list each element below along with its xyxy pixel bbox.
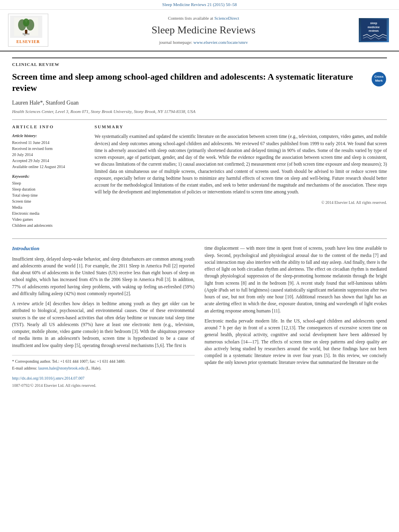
body-left-col: Introduction Insufficient sleep, delayed…: [12, 245, 195, 389]
intro-paragraph-1: Insufficient sleep, delayed sleep-wake b…: [12, 256, 195, 298]
keyword-7: Children and adolescents: [12, 223, 86, 228]
svg-text:medicine: medicine: [368, 26, 380, 29]
intro-paragraph-2: A review article [4] describes how delay…: [12, 300, 195, 349]
keyword-5: Electronic media: [12, 211, 86, 216]
svg-text:Cross: Cross: [374, 75, 384, 78]
svg-text:figure: figure: [23, 33, 30, 36]
article-body: CLINICAL REVIEW Screen time and sleep am…: [0, 51, 399, 395]
keyword-0: Sleep: [12, 181, 86, 186]
smr-logo-icon: sleep medicine reviews: [361, 19, 387, 41]
copyright-text: © 2014 Elsevier Ltd. All rights reserved…: [95, 200, 387, 205]
journal-logo-right: sleep medicine reviews: [359, 18, 391, 42]
elsevier-logo-box: figure ELSEVIER: [8, 14, 48, 47]
svg-point-3: [23, 18, 29, 27]
footnote-corresponding: * Corresponding author. Tel.: +1 631 444…: [12, 359, 195, 364]
summary-text: We systematically examined and updated t…: [95, 133, 387, 195]
article-info-col: ARTICLE INFO Article history: Received 1…: [12, 124, 86, 232]
elsevier-label: ELSEVIER: [10, 39, 46, 45]
science-direct-link: Contents lists available at ScienceDirec…: [56, 15, 351, 21]
journal-reference: Sleep Medicine Reviews 21 (2015) 50–58: [162, 2, 237, 7]
article-history-section: Article history: Received 11 June 2014 R…: [12, 133, 86, 170]
right-paragraph-1: time displacement — with more time in sp…: [205, 245, 387, 314]
science-direct-link-text[interactable]: ScienceDirect: [214, 16, 239, 21]
history-item-4: Available online 12 August 2014: [12, 164, 86, 170]
crossmark-badge: Cross Mark: [371, 71, 387, 87]
keyword-4: Media: [12, 205, 86, 210]
issn-text: 1087-0792/© 2014 Elsevier Ltd. All right…: [12, 383, 96, 388]
history-item-2: 20 July 2014: [12, 152, 86, 158]
journal-homepage: journal homepage: www.elsevier.com/locat…: [56, 39, 351, 45]
crossmark-icon: Cross Mark: [372, 72, 386, 86]
keyword-6: Video games: [12, 217, 86, 222]
journal-reference-bar: Sleep Medicine Reviews 21 (2015) 50–58: [0, 0, 399, 10]
affiliation: Health Sciences Center, Level 3, Room 07…: [12, 109, 387, 115]
svg-text:sleep: sleep: [370, 22, 377, 25]
article-title-row: Screen time and sleep among school-aged …: [12, 71, 387, 94]
authors: Lauren Hale*, Stanford Guan: [12, 99, 387, 107]
article-title-text: Screen time and sleep among school-aged …: [12, 71, 371, 94]
footnote-section: * Corresponding author. Tel.: +1 631 444…: [12, 355, 195, 371]
article-info-heading: ARTICLE INFO: [12, 124, 86, 130]
history-item-3: Accepted 29 July 2014: [12, 158, 86, 164]
journal-header: figure ELSEVIER Contents lists available…: [0, 10, 399, 51]
homepage-url[interactable]: www.elsevier.com/locate/smrv: [193, 40, 248, 45]
email-link[interactable]: lauren.hale@stonybrook.edu: [38, 366, 84, 370]
summary-col: SUMMARY We systematically examined and u…: [95, 124, 387, 232]
elsevier-tree-icon: figure: [14, 18, 38, 36]
keyword-1: Sleep duration: [12, 187, 86, 192]
section-divider: [12, 238, 387, 239]
section-label: CLINICAL REVIEW: [12, 58, 387, 68]
history-item-1: Received in revised form: [12, 146, 86, 152]
footnote-email: E-mail address: lauren.hale@stonybrook.e…: [12, 366, 195, 371]
doi-link[interactable]: http://dx.doi.org/10.1016/j.smrv.2014.07…: [12, 376, 84, 380]
keywords-section: Keywords: Sleep Sleep duration Total sle…: [12, 174, 86, 228]
summary-heading: SUMMARY: [95, 124, 387, 130]
svg-text:reviews: reviews: [368, 30, 378, 33]
doi-section: http://dx.doi.org/10.1016/j.smrv.2014.07…: [12, 374, 195, 389]
journal-title: Sleep Medicine Reviews: [56, 23, 351, 37]
keywords-label: Keywords:: [12, 174, 86, 179]
svg-text:Mark: Mark: [375, 79, 383, 82]
body-right-col: time displacement — with more time in sp…: [205, 245, 387, 389]
sleep-medicine-reviews-logo: sleep medicine reviews: [359, 18, 389, 42]
article-info-summary-section: ARTICLE INFO Article history: Received 1…: [12, 124, 387, 232]
history-label: Article history:: [12, 133, 86, 139]
intro-heading: Introduction: [12, 245, 195, 252]
history-item-0: Received 11 June 2014: [12, 140, 86, 146]
keyword-3: Screen time: [12, 199, 86, 204]
journal-center: Contents lists available at ScienceDirec…: [48, 15, 359, 45]
body-content: Introduction Insufficient sleep, delayed…: [12, 245, 387, 389]
header-divider: [12, 119, 387, 120]
keyword-2: Total sleep time: [12, 193, 86, 198]
elsevier-image: figure: [10, 16, 42, 38]
right-paragraph-2: Electronic media pervade modern life. In…: [205, 318, 387, 366]
